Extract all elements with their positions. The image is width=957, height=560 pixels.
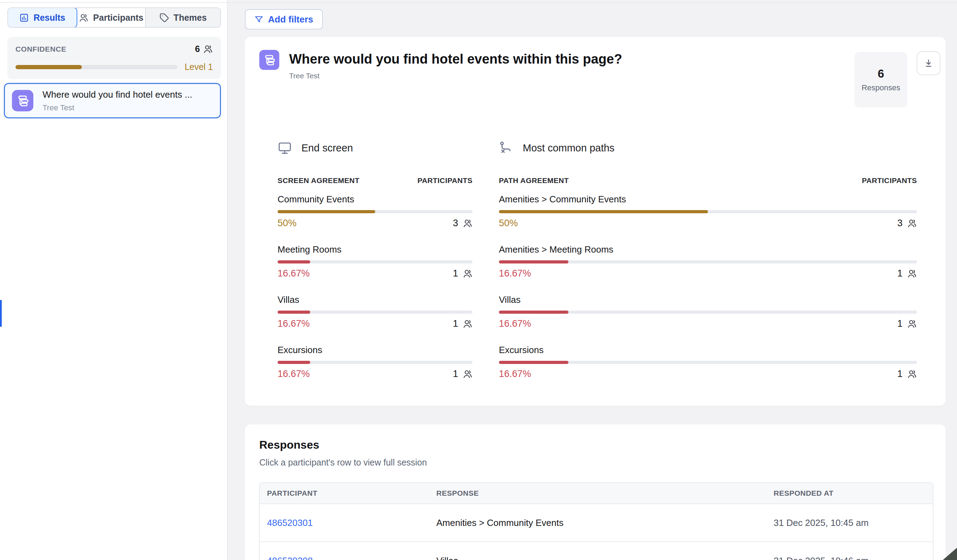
route-icon — [499, 141, 513, 155]
confidence-participant-count: 6 — [195, 44, 213, 54]
top-divider — [0, 2, 957, 3]
participant-count-value: 1 — [897, 318, 903, 329]
add-filters-label: Add filters — [268, 14, 313, 25]
participants-header: PARTICIPANTS — [417, 177, 472, 185]
users-icon — [463, 219, 472, 228]
responses-count-label: Responses — [861, 83, 900, 92]
users-icon — [204, 44, 213, 54]
confidence-label: CONFIDENCE — [16, 45, 66, 54]
add-filters-button[interactable]: Add filters — [245, 9, 323, 30]
participant-count: 3 — [453, 218, 472, 229]
agreement-bar-fill — [499, 210, 708, 213]
question-subtitle: Tree Test — [289, 72, 622, 80]
confidence-progress-track — [16, 65, 177, 69]
common-path-row: Villas 16.67% 1 — [499, 294, 917, 329]
agreement-bar-fill — [499, 260, 569, 263]
agreement-percent: 16.67% — [278, 369, 310, 379]
response-cell: Amenities > Community Events — [436, 517, 774, 528]
common-path-row: Excursions 16.67% 1 — [499, 345, 917, 379]
agreement-percent: 16.67% — [499, 318, 531, 329]
tab-results[interactable]: Results — [7, 7, 77, 28]
col-header-response: RESPONSE — [436, 489, 774, 497]
participant-count-value: 1 — [897, 268, 903, 279]
responses-card: Responses Click a participant's row to v… — [245, 424, 946, 560]
agreement-bar-track — [278, 361, 472, 364]
users-icon — [463, 369, 472, 379]
agreement-label: Excursions — [278, 345, 472, 355]
participant-count: 1 — [897, 318, 917, 329]
agreement-percent: 50% — [499, 218, 518, 229]
participant-count-value: 1 — [453, 268, 458, 279]
agreement-label: Excursions — [499, 345, 917, 355]
participant-count-value: 1 — [897, 369, 903, 379]
participant-count-value: 3 — [897, 218, 903, 229]
end-screen-row: Excursions 16.67% 1 — [278, 345, 472, 379]
funnel-icon — [254, 15, 264, 24]
agreement-bar-fill — [278, 260, 310, 263]
common-paths-title: Most common paths — [523, 142, 614, 154]
agreement-bar-track — [278, 210, 472, 213]
responses-section-title: Responses — [259, 439, 319, 451]
bar-chart-icon — [19, 13, 29, 22]
participant-count-value: 3 — [453, 218, 458, 229]
agreement-bar-track — [278, 311, 472, 314]
users-icon — [908, 319, 917, 328]
users-icon — [463, 319, 472, 328]
sidebar-item-question-tree-test[interactable]: Where would you find hotel events ... Tr… — [4, 83, 221, 118]
end-screen-row: Villas 16.67% 1 — [278, 294, 472, 329]
responded-at-cell: 31 Dec 2025, 10:45 am — [774, 517, 933, 528]
participant-link[interactable]: 486520301 — [267, 517, 436, 528]
table-row[interactable]: 486520308 Villas 31 Dec 2025, 10:46 am — [260, 541, 933, 560]
view-tab-group: Results Participants Themes — [7, 7, 221, 28]
participant-count: 1 — [453, 268, 472, 279]
agreement-label: Amenities > Meeting Rooms — [499, 244, 917, 255]
sidebar-question-title: Where would you find hotel events ... — [43, 89, 192, 100]
participant-count: 1 — [897, 268, 917, 279]
path-agreement-header: PATH AGREEMENT — [499, 177, 569, 185]
agreement-percent: 50% — [278, 218, 297, 229]
question-title: Where would you find hotel events within… — [289, 52, 622, 67]
agreement-bar-track — [499, 260, 917, 263]
users-icon — [908, 269, 917, 278]
tab-results-label: Results — [33, 13, 65, 23]
participant-link[interactable]: 486520308 — [267, 555, 436, 560]
col-header-responded-at: RESPONDED AT — [774, 489, 933, 497]
participant-count-value: 1 — [453, 318, 458, 329]
tree-test-icon — [259, 50, 279, 70]
sidebar: Results Participants Themes — [0, 0, 227, 560]
common-path-row: Amenities > Meeting Rooms 16.67% 1 — [499, 244, 917, 279]
monitor-icon — [278, 141, 292, 155]
users-icon — [908, 369, 917, 379]
end-screen-column: End screen SCREEN AGREEMENT PARTICIPANTS… — [278, 140, 472, 395]
response-cell: Villas — [436, 555, 774, 560]
agreement-bar-fill — [278, 361, 310, 364]
common-path-row: Amenities > Community Events 50% 3 — [499, 194, 917, 229]
download-button[interactable] — [917, 51, 941, 75]
participant-count: 3 — [897, 218, 917, 229]
agreement-label: Villas — [278, 294, 472, 305]
agreement-bar-track — [499, 210, 917, 213]
tab-participants[interactable]: Participants — [77, 8, 145, 27]
tag-icon — [160, 13, 169, 22]
screen-agreement-header: SCREEN AGREEMENT — [278, 177, 359, 185]
agreement-percent: 16.67% — [278, 318, 310, 329]
participant-count: 1 — [453, 369, 472, 379]
confidence-level-label: Level 1 — [185, 62, 213, 72]
end-screen-title: End screen — [302, 142, 353, 154]
download-icon — [923, 58, 934, 68]
question-results-card: Where would you find hotel events within… — [245, 37, 946, 406]
sidebar-scroll-indicator[interactable] — [0, 300, 2, 327]
agreement-bar-fill — [499, 361, 569, 364]
agreement-bar-track — [499, 311, 917, 314]
participant-count: 1 — [897, 369, 917, 379]
users-icon — [79, 13, 88, 22]
agreement-bar-track — [499, 361, 917, 364]
agreement-percent: 16.67% — [499, 268, 531, 279]
table-row[interactable]: 486520301 Amenities > Community Events 3… — [260, 503, 933, 541]
agreement-bar-fill — [278, 210, 375, 213]
tab-themes[interactable]: Themes — [145, 8, 220, 27]
responses-count-value: 6 — [878, 67, 884, 80]
confidence-count-value: 6 — [195, 44, 200, 54]
users-icon — [908, 219, 917, 228]
responses-section-subtitle: Click a participant's row to view full s… — [259, 457, 427, 468]
